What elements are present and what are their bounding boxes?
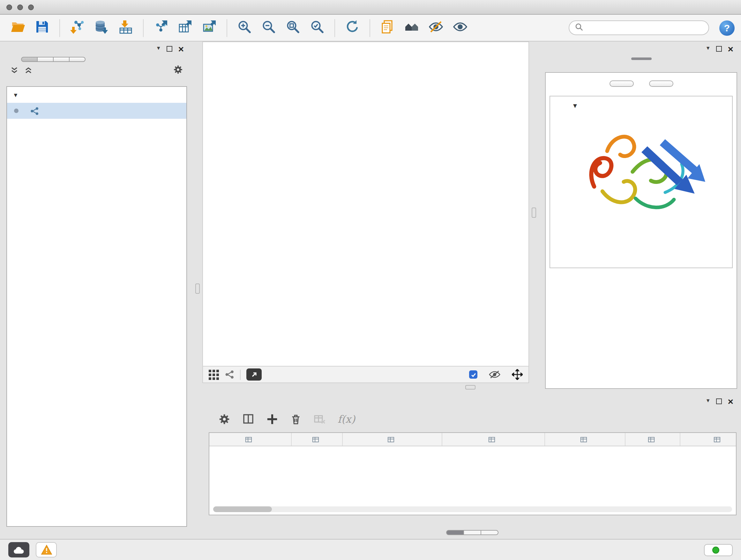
section-collapse-icon[interactable]: ▼ [572,102,578,109]
import-network-file-button[interactable] [66,17,89,38]
gear-icon[interactable] [173,64,183,77]
search-input[interactable] [587,23,703,32]
panel-menu-icon[interactable]: ▼ [705,398,711,403]
zoom-selected-button[interactable] [306,17,329,38]
column-header-canonical-name[interactable] [343,433,442,446]
panel-close-icon[interactable]: × [178,44,184,53]
bottom-splitter-handle[interactable] [465,385,475,389]
export-view-button[interactable] [246,368,262,381]
node-table [209,432,737,515]
hidden-eye-icon[interactable] [489,370,500,379]
network-graph[interactable] [203,42,529,366]
export-image-button[interactable] [198,17,221,38]
zoom-fit-button[interactable] [281,17,305,38]
show-all-button[interactable] [449,17,472,38]
view-share-icon[interactable] [225,370,234,379]
export-network-icon [153,19,169,37]
zoom-out-icon [261,19,276,37]
copy-documents-icon [380,19,395,37]
birds-eye-view-icon[interactable] [209,369,219,380]
zoom-out-button[interactable] [257,17,280,38]
import-network-database-button[interactable] [90,17,113,38]
right-splitter-handle[interactable] [532,207,536,218]
scrollbar-thumb[interactable] [213,506,272,512]
panel-close-icon[interactable]: × [728,396,733,406]
results-panel-header: ▼ × [543,42,739,56]
tab-node-table[interactable] [446,530,464,535]
table-row[interactable] [209,446,736,460]
tab-network[interactable] [21,57,38,62]
cell-namespace[interactable] [680,446,737,460]
panel-close-icon[interactable]: × [728,44,733,53]
tree-expand-icon[interactable]: ▼ [13,91,18,98]
memory-button[interactable] [704,544,733,556]
cell-database-identifier[interactable] [442,446,545,460]
crosslink-row [550,256,732,260]
cell-canonical-name[interactable] [343,446,442,460]
network-collection-row[interactable]: ▼ [7,87,186,103]
save-session-button[interactable] [30,17,54,38]
panel-float-icon[interactable] [166,46,172,51]
tab-style[interactable] [37,57,54,62]
maximize-window-button[interactable] [28,4,34,10]
import-table-button[interactable] [114,17,137,38]
column-header-id[interactable] [625,433,680,446]
export-network-button[interactable] [149,17,172,38]
warnings-button[interactable] [36,542,57,557]
minimize-window-button[interactable] [17,4,23,10]
column-header-namespace[interactable] [680,433,737,446]
move-crosshair-icon[interactable] [512,369,523,380]
table-settings-gear-icon[interactable] [218,413,230,425]
zoom-fit-icon [285,19,300,37]
add-column-icon[interactable] [266,413,278,425]
tab-select[interactable] [53,57,70,62]
expand-all-networks-icon[interactable] [24,65,32,77]
first-neighbors-button[interactable] [400,17,423,38]
zoom-in-button[interactable] [233,17,256,38]
collapse-all-button[interactable] [649,80,673,87]
results-panel: ▼ × ▼ [543,42,739,391]
cloud-button[interactable] [8,542,29,557]
help-button[interactable]: ? [719,20,735,36]
panel-float-icon[interactable] [716,46,722,51]
function-builder-icon[interactable]: f(x) [338,413,355,425]
cell-shared-name[interactable] [209,446,292,460]
network-selection-bar [4,63,190,78]
horizontal-scrollbar[interactable] [213,506,732,512]
collapse-all-networks-icon[interactable] [10,65,18,77]
network-canvas[interactable] [202,42,529,367]
save-icon [35,19,50,37]
main-toolbar: ? [0,15,741,42]
tab-sets[interactable] [69,57,85,62]
hide-selected-button[interactable] [424,17,448,38]
panel-menu-icon[interactable]: ▼ [705,46,711,51]
panel-float-icon[interactable] [716,398,722,404]
tab-network-table[interactable] [481,530,498,535]
eye-icon [453,19,468,37]
export-table-button[interactable] [174,17,197,38]
cell-id[interactable] [625,446,680,460]
copy-button[interactable] [376,17,399,38]
delete-column-trash-icon[interactable] [290,413,302,425]
global-search [569,20,709,35]
left-splitter-handle[interactable] [195,284,200,294]
selected-checkbox-icon[interactable] [469,370,477,379]
column-header-database-identifier[interactable] [442,433,545,446]
show-columns-icon[interactable] [242,413,255,425]
cell-name[interactable] [292,446,343,460]
crosslink-row [550,248,732,252]
tab-edge-table[interactable] [463,530,481,535]
column-header-name[interactable] [292,433,343,446]
toolbar-separator [143,19,144,37]
column-header-description[interactable] [545,433,625,446]
open-session-button[interactable] [6,17,29,38]
tab-string-results[interactable] [631,57,651,60]
close-window-button[interactable] [6,4,12,10]
network-row-selected[interactable] [7,103,186,119]
expand-all-button[interactable] [609,80,633,87]
cell-description[interactable] [545,446,625,460]
panel-menu-icon[interactable]: ▼ [156,46,161,51]
refresh-button[interactable] [341,17,364,38]
protein-structure-image [576,116,706,228]
column-header-shared-name[interactable] [209,433,292,446]
